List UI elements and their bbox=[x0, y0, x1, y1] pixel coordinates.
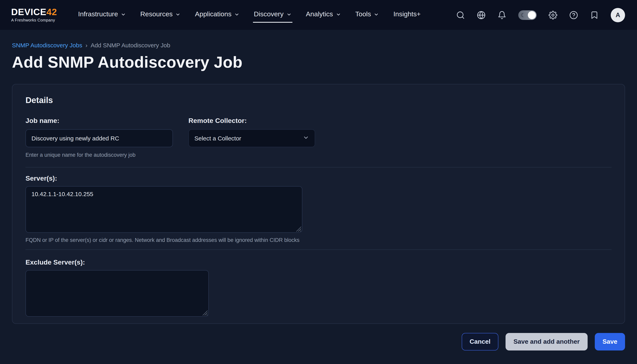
user-avatar[interactable]: A bbox=[611, 8, 625, 22]
nav-item-infrastructure[interactable]: Infrastructure bbox=[77, 7, 127, 23]
chevron-down-icon bbox=[374, 12, 379, 17]
section-title-details: Details bbox=[26, 96, 611, 105]
theme-toggle-switch[interactable]: ☾ bbox=[518, 10, 537, 20]
breadcrumb-current: Add SNMP Autodiscovery Job bbox=[91, 42, 170, 48]
toggle-knob bbox=[528, 11, 536, 19]
brand-name-text: DEVICE bbox=[11, 7, 46, 17]
top-navigation-bar: DEVICE42 A Freshworks Company Infrastruc… bbox=[0, 0, 637, 30]
form-action-bar: Cancel Save and add another Save bbox=[12, 333, 625, 350]
chevron-down-icon bbox=[336, 12, 341, 17]
app-viewport: DEVICE42 A Freshworks Company Infrastruc… bbox=[0, 0, 637, 364]
nav-item-resources[interactable]: Resources bbox=[139, 7, 181, 23]
remote-collector-field: Remote Collector: Select a Collector bbox=[188, 117, 315, 147]
nav-right-controls: ☾ A bbox=[456, 8, 625, 22]
details-card: Details Job name: Remote Collector: Sele… bbox=[12, 84, 625, 324]
notifications-bell-icon[interactable] bbox=[498, 10, 506, 19]
brand-accent-text: 42 bbox=[46, 7, 57, 17]
nav-item-label: Tools bbox=[355, 10, 371, 18]
nav-item-label: Applications bbox=[195, 10, 232, 18]
brand-logo[interactable]: DEVICE42 A Freshworks Company bbox=[11, 8, 68, 22]
servers-textarea-wrap: 10.42.1.1-10.42.10.255 bbox=[26, 186, 302, 233]
save-button[interactable]: Save bbox=[595, 333, 625, 350]
breadcrumb: SNMP Autodiscovery Jobs › Add SNMP Autod… bbox=[12, 42, 625, 48]
remote-collector-label: Remote Collector: bbox=[188, 117, 315, 125]
nav-item-label: Analytics bbox=[306, 10, 333, 18]
chevron-down-icon bbox=[303, 134, 309, 142]
job-name-helper-text: Enter a unique name for the autodiscover… bbox=[26, 152, 611, 158]
brand-name: DEVICE42 bbox=[11, 8, 68, 17]
breadcrumb-link-snmp-jobs[interactable]: SNMP Autodiscovery Jobs bbox=[12, 42, 82, 48]
globe-icon[interactable] bbox=[477, 10, 486, 19]
breadcrumb-separator: › bbox=[85, 42, 87, 48]
job-name-input[interactable] bbox=[26, 129, 173, 147]
search-icon[interactable] bbox=[456, 10, 465, 19]
chevron-down-icon bbox=[234, 12, 240, 17]
nav-item-label: Infrastructure bbox=[78, 10, 118, 18]
page-content: SNMP Autodiscovery Jobs › Add SNMP Autod… bbox=[0, 42, 637, 350]
nav-item-tools[interactable]: Tools bbox=[355, 7, 380, 23]
moon-icon: ☾ bbox=[521, 11, 526, 19]
remote-collector-select[interactable]: Select a Collector bbox=[188, 129, 315, 147]
nav-item-label: Discovery bbox=[254, 10, 283, 18]
servers-label: Server(s): bbox=[26, 175, 611, 182]
cancel-button[interactable]: Cancel bbox=[462, 333, 498, 350]
main-menu: Infrastructure Resources Applications Di… bbox=[77, 7, 421, 23]
nav-item-insights-plus[interactable]: Insights+ bbox=[393, 7, 421, 23]
servers-helper-text: FQDN or IP of the server(s) or cidr or r… bbox=[26, 237, 611, 243]
nav-item-label: Resources bbox=[140, 10, 173, 18]
exclude-servers-label: Exclude Server(s): bbox=[26, 258, 611, 266]
remote-collector-selected-value: Select a Collector bbox=[194, 135, 241, 142]
page-title: Add SNMP Autodiscovery Job bbox=[12, 53, 625, 71]
bookmark-icon[interactable] bbox=[590, 10, 599, 19]
nav-item-label: Insights+ bbox=[393, 10, 421, 18]
save-and-add-another-button[interactable]: Save and add another bbox=[506, 333, 588, 350]
job-name-field: Job name: bbox=[26, 117, 173, 147]
job-name-collector-row: Job name: Remote Collector: Select a Col… bbox=[26, 117, 611, 147]
chevron-down-icon bbox=[175, 12, 181, 17]
chevron-down-icon bbox=[121, 12, 126, 17]
nav-item-discovery[interactable]: Discovery bbox=[253, 7, 292, 23]
help-icon[interactable] bbox=[569, 10, 578, 19]
settings-gear-icon[interactable] bbox=[549, 10, 557, 19]
exclude-servers-textarea-wrap bbox=[26, 270, 209, 317]
nav-item-applications[interactable]: Applications bbox=[194, 7, 240, 23]
divider bbox=[26, 167, 611, 168]
divider bbox=[26, 250, 611, 250]
chevron-down-icon bbox=[286, 12, 291, 17]
brand-tagline: A Freshworks Company bbox=[11, 18, 68, 22]
exclude-servers-textarea[interactable] bbox=[26, 270, 209, 317]
nav-item-analytics[interactable]: Analytics bbox=[305, 7, 342, 23]
servers-textarea[interactable]: 10.42.1.1-10.42.10.255 bbox=[26, 186, 302, 233]
job-name-label: Job name: bbox=[26, 117, 173, 125]
